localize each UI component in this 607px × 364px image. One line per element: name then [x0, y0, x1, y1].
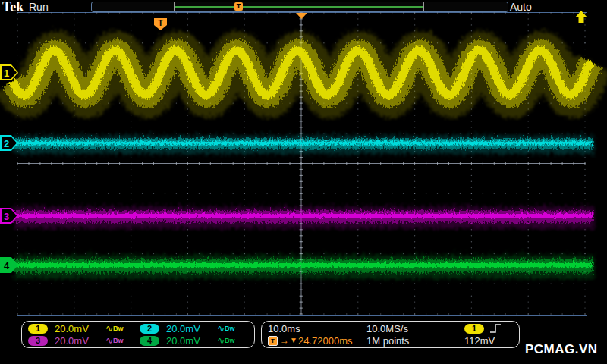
graticule-and-traces: T — [17, 13, 585, 314]
sample-rate-value: 10.0MS/s — [366, 323, 454, 334]
trigger-position-readout: T → ▼ 24.72000ms — [268, 335, 366, 347]
ch2-scale-value: 20.0mV — [166, 323, 210, 334]
waveform-display: T — [17, 12, 587, 316]
channel-scale-readout-box: 1 20.0mV ∿Bw 2 20.0mV ∿Bw 3 20.0mV ∿Bw 4… — [21, 321, 255, 348]
rising-edge-icon — [489, 323, 502, 334]
horizontal-scale-value: 10.0ms — [268, 323, 366, 334]
ch1-ac-coupling-icon: ∿ — [105, 323, 113, 334]
ch2-badge[interactable]: 2 — [140, 324, 159, 334]
ch4-ac-coupling-icon: ∿ — [217, 335, 225, 346]
ch4-scale-value: 20.0mV — [166, 335, 210, 347]
wave-record-view[interactable]: T — [91, 2, 508, 12]
ch3-bandwidth-limit-icon: Bw — [113, 337, 124, 344]
trigger-t-icon: T — [268, 336, 278, 346]
ch4-marker-label: 4 — [0, 259, 13, 271]
ch3-position-marker[interactable]: 3 — [0, 208, 18, 224]
ch3-ac-coupling-icon: ∿ — [105, 335, 113, 346]
ch2-ac-coupling-icon: ∿ — [217, 323, 225, 334]
expansion-point-icon — [296, 13, 307, 19]
ch4-position-marker[interactable]: 4 — [0, 257, 18, 273]
trigger-mode-status: Auto — [510, 1, 532, 13]
ch3-scale-value: 20.0mV — [55, 335, 99, 347]
arrow-right-icon: → — [280, 336, 289, 345]
ch2-position-marker[interactable]: 2 — [0, 135, 18, 151]
trace-ch1 — [11, 49, 590, 94]
ch4-bandwidth-limit-icon: Bw — [225, 337, 235, 344]
trigger-level-offscreen-arrow-icon[interactable] — [575, 11, 587, 23]
ch2-readout: 2 20.0mV ∿Bw — [140, 322, 251, 334]
triangle-down-icon: ▼ — [290, 336, 297, 345]
trigger-source-badge[interactable]: 1 — [464, 324, 484, 334]
trigger-level-value: 112mV — [454, 335, 516, 347]
ch2-bandwidth-limit-icon: Bw — [225, 325, 235, 332]
ch1-scale-value: 20.0mV — [55, 323, 99, 334]
record-trigger-marker-icon[interactable]: T — [234, 2, 243, 11]
ch1-marker-label: 1 — [0, 67, 13, 78]
ch4-badge[interactable]: 4 — [140, 336, 159, 346]
horizontal-trigger-readout-box: 10.0ms 10.0MS/s 1 T → ▼ 24.72000ms 1M po… — [261, 321, 520, 348]
trigger-source: 1 — [454, 323, 516, 334]
trigger-position-value: 24.72000ms — [298, 335, 353, 347]
acquisition-status: Run — [29, 1, 49, 13]
ch3-badge[interactable]: 3 — [28, 336, 48, 346]
ch1-bandwidth-limit-icon: Bw — [113, 325, 124, 332]
ch4-readout: 4 20.0mV ∿Bw — [140, 334, 251, 347]
svg-text:T: T — [158, 18, 163, 27]
ch1-position-marker[interactable]: 1 — [0, 64, 18, 80]
ch1-badge[interactable]: 1 — [28, 324, 48, 334]
record-length-value: 1M points — [366, 335, 454, 347]
record-view-right-bracket — [423, 2, 424, 11]
record-waveform-line — [175, 6, 423, 8]
pcmag-watermark: PCMAG.VN — [525, 342, 598, 357]
ch3-readout: 3 20.0mV ∿Bw — [28, 334, 140, 347]
ch1-readout: 1 20.0mV ∿Bw — [28, 322, 140, 334]
trigger-position-marker-icon[interactable]: T — [154, 18, 167, 30]
ch2-marker-label: 2 — [0, 137, 13, 149]
ch3-marker-label: 3 — [0, 210, 13, 221]
